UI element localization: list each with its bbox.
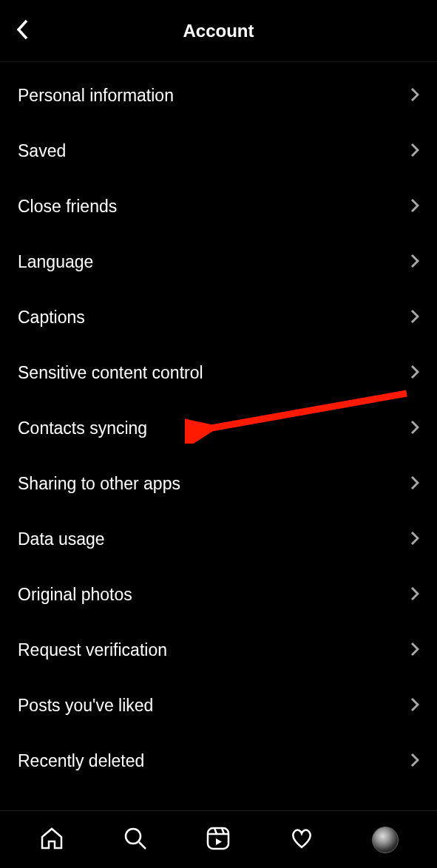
menu-item-posts-youve-liked[interactable]: Posts you've liked <box>0 678 437 733</box>
menu-item-language[interactable]: Language <box>0 234 437 290</box>
chevron-right-icon <box>410 531 419 549</box>
menu-item-label: Data usage <box>18 529 105 549</box>
menu-item-personal-information[interactable]: Personal information <box>0 68 437 123</box>
menu-item-label: Posts you've liked <box>18 696 153 716</box>
chevron-right-icon <box>410 753 419 770</box>
menu-item-saved[interactable]: Saved <box>0 123 437 179</box>
menu-item-label: Original photos <box>18 585 132 605</box>
chevron-right-icon <box>410 420 419 438</box>
page-title: Account <box>15 21 422 41</box>
chevron-right-icon <box>410 143 419 160</box>
tab-search[interactable] <box>118 823 152 857</box>
menu-item-original-photos[interactable]: Original photos <box>0 567 437 623</box>
menu-item-label: Contacts syncing <box>18 418 147 438</box>
menu-item-data-usage[interactable]: Data usage <box>0 512 437 567</box>
reels-icon <box>206 826 231 854</box>
back-button[interactable] <box>15 18 31 44</box>
svg-point-2 <box>126 829 140 844</box>
menu-item-label: Captions <box>18 308 85 328</box>
svg-marker-8 <box>216 838 222 845</box>
chevron-left-icon <box>15 18 31 44</box>
menu-item-label: Sensitive content control <box>18 363 203 383</box>
menu-item-label: Close friends <box>18 197 117 217</box>
menu-item-label: Personal information <box>18 86 174 106</box>
avatar <box>372 827 399 853</box>
chevron-right-icon <box>410 586 419 604</box>
settings-menu: Personal information Saved Close friends… <box>0 62 437 789</box>
tab-bar <box>0 810 437 868</box>
menu-item-close-friends[interactable]: Close friends <box>0 179 437 234</box>
chevron-right-icon <box>410 87 419 105</box>
chevron-right-icon <box>410 198 419 216</box>
chevron-right-icon <box>410 309 419 327</box>
header: Account <box>0 0 437 62</box>
chevron-right-icon <box>410 697 419 715</box>
tab-home[interactable] <box>35 823 69 857</box>
menu-item-label: Sharing to other apps <box>18 474 180 494</box>
menu-item-label: Language <box>18 252 93 272</box>
menu-item-label: Recently deleted <box>18 751 144 771</box>
heart-icon <box>289 826 314 854</box>
menu-item-captions[interactable]: Captions <box>0 290 437 345</box>
svg-rect-4 <box>208 828 228 849</box>
menu-item-recently-deleted[interactable]: Recently deleted <box>0 733 437 789</box>
chevron-right-icon <box>410 365 419 382</box>
tab-reels[interactable] <box>201 823 235 857</box>
search-icon <box>123 826 148 854</box>
chevron-right-icon <box>410 642 419 660</box>
menu-item-label: Saved <box>18 141 66 161</box>
chevron-right-icon <box>410 475 419 493</box>
menu-item-sharing-to-other-apps[interactable]: Sharing to other apps <box>0 456 437 512</box>
tab-activity[interactable] <box>285 823 319 857</box>
menu-item-contacts-syncing[interactable]: Contacts syncing <box>0 401 437 456</box>
chevron-right-icon <box>410 254 419 271</box>
menu-item-label: Request verification <box>18 640 167 660</box>
tab-profile[interactable] <box>368 823 402 857</box>
home-icon <box>39 826 64 854</box>
menu-item-request-verification[interactable]: Request verification <box>0 623 437 678</box>
svg-line-3 <box>139 842 146 849</box>
menu-item-sensitive-content-control[interactable]: Sensitive content control <box>0 345 437 401</box>
